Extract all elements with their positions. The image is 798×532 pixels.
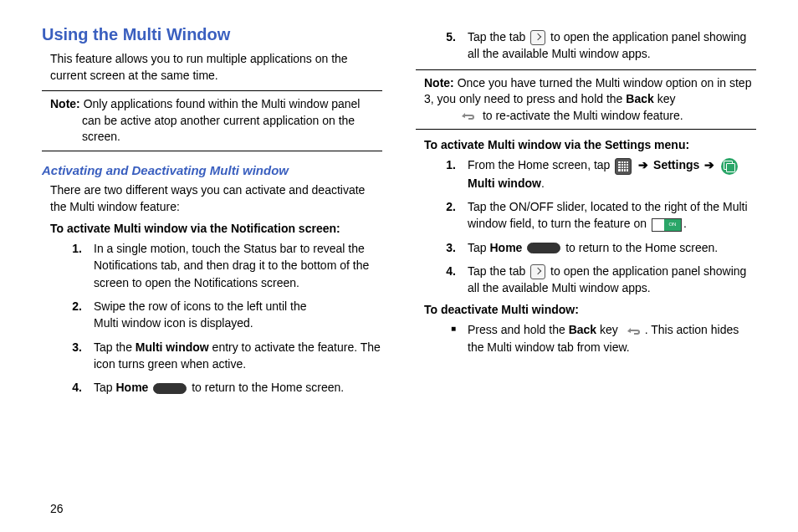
step-list: 5. Tap the tab to open the application p… xyxy=(416,28,756,63)
note-label: Note: xyxy=(424,76,454,90)
tab-chevron-icon xyxy=(530,264,545,279)
step-number: 1. xyxy=(434,156,456,192)
step-text: Swipe the row of icons to the left until… xyxy=(94,298,382,332)
home-button-icon xyxy=(153,383,187,394)
left-column: Using the Multi Window This feature allo… xyxy=(42,25,382,403)
note-block: Note: Once you have turned the Multi win… xyxy=(416,69,756,130)
back-key-icon xyxy=(458,110,478,122)
step-text: From the Home screen, tap ➔ Settings ➔ M… xyxy=(468,156,756,192)
step-list: 1. From the Home screen, tap ➔ Settings … xyxy=(416,156,756,296)
bullet-item: ■ Press and hold the Back key . This act… xyxy=(416,321,756,356)
step-item: 5. Tap the tab to open the application p… xyxy=(416,28,756,63)
step-number: 3. xyxy=(60,339,82,373)
multi-window-icon xyxy=(721,158,738,175)
step-text: Tap the tab to open the application pane… xyxy=(468,263,756,297)
bullet-marker: ■ xyxy=(434,321,456,356)
home-button-icon xyxy=(527,243,560,253)
step-text: Tap the Multi window entry to activate t… xyxy=(94,339,382,373)
procedure-label: To activate Multi window via the Notific… xyxy=(50,222,382,235)
step-item: 2. Tap the ON/OFF slider, located to the… xyxy=(416,198,756,233)
intro-paragraph: This feature allows you to run multiple … xyxy=(50,51,382,84)
step-item: 3. Tap Home to return to the Home screen… xyxy=(416,239,756,256)
step-text: Tap the tab to open the application pane… xyxy=(468,28,756,63)
step-item: 3. Tap the Multi window entry to activat… xyxy=(42,339,382,373)
step-text: Tap the ON/OFF slider, located to the ri… xyxy=(468,198,756,233)
apps-grid-icon xyxy=(615,158,632,175)
step-number: 2. xyxy=(434,198,456,233)
step-list: 1. In a single motion, touch the Status … xyxy=(42,240,382,396)
page-number: 26 xyxy=(50,502,64,515)
step-text: Tap Home to return to the Home screen. xyxy=(468,239,756,256)
step-item: 1. In a single motion, touch the Status … xyxy=(42,240,382,291)
on-off-toggle-icon: ON xyxy=(652,218,682,232)
back-key-icon xyxy=(623,325,643,337)
procedure-label: To deactivate Multi window: xyxy=(424,303,756,316)
step-number: 5. xyxy=(434,28,456,63)
subsection-heading: Activating and Deactivating Multi window xyxy=(42,163,382,177)
step-item: 2. Swipe the row of icons to the left un… xyxy=(42,298,382,332)
step-number: 4. xyxy=(60,379,82,396)
step-item: 4. Tap the tab to open the application p… xyxy=(416,263,756,297)
note-text: can be active atop another current appli… xyxy=(82,113,382,146)
bullet-text: Press and hold the Back key . This actio… xyxy=(468,321,756,356)
note-text: Only applications found within the Multi… xyxy=(80,97,361,110)
step-text: In a single motion, touch the Status bar… xyxy=(94,240,382,291)
note-block: Note: Only applications found within the… xyxy=(42,90,382,151)
step-number: 3. xyxy=(434,239,456,256)
step-item: 4. Tap Home to return to the Home screen… xyxy=(42,379,382,396)
section-heading: Using the Multi Window xyxy=(42,25,382,44)
step-text: Tap Home to return to the Home screen. xyxy=(94,379,382,396)
bullet-list: ■ Press and hold the Back key . This act… xyxy=(416,321,756,356)
step-number: 2. xyxy=(60,298,82,332)
procedure-label: To activate Multi window via the Setting… xyxy=(424,138,756,151)
subsection-intro: There are two different ways you can act… xyxy=(50,182,382,215)
step-number: 4. xyxy=(434,263,456,297)
right-column: 5. Tap the tab to open the application p… xyxy=(416,25,756,403)
note-text: Once you have turned the Multi window op… xyxy=(424,76,751,106)
tab-chevron-icon xyxy=(530,30,545,45)
step-number: 1. xyxy=(60,240,82,291)
note-label: Note: xyxy=(50,97,80,110)
step-item: 1. From the Home screen, tap ➔ Settings … xyxy=(416,156,756,192)
